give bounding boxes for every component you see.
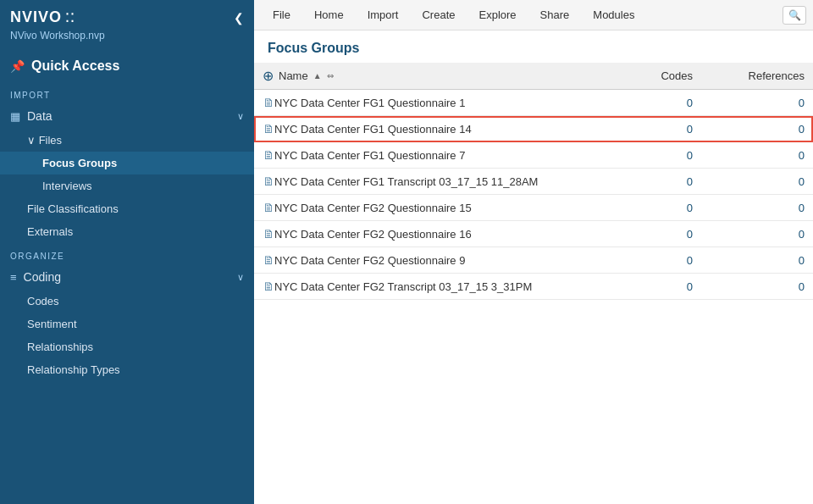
sidebar-item-file-classifications[interactable]: File Classifications bbox=[0, 197, 254, 220]
table-row[interactable]: 🗎NYC Data Center FG1 Questionnaire 1400 bbox=[254, 116, 813, 142]
table-cell-codes: 0 bbox=[589, 116, 701, 142]
file-icon: 🗎 bbox=[263, 96, 274, 109]
table-cell-name: 🗎NYC Data Center FG2 Questionnaire 16 bbox=[254, 221, 589, 247]
table-cell-references: 0 bbox=[701, 169, 813, 195]
menu-import[interactable]: Import bbox=[356, 3, 411, 26]
table-cell-codes: 0 bbox=[589, 169, 701, 195]
file-icon: 🗎 bbox=[263, 253, 274, 267]
app-header: NVIVO ⁚⁚ ❮ bbox=[0, 0, 254, 30]
sidebar-item-data[interactable]: ▦ Data ∨ bbox=[0, 103, 254, 129]
data-label: Data bbox=[27, 109, 53, 123]
table-cell-codes: 0 bbox=[589, 142, 701, 169]
menu-create[interactable]: Create bbox=[410, 3, 467, 26]
menu-search-button[interactable]: 🔍 bbox=[783, 6, 806, 25]
table-row[interactable]: 🗎NYC Data Center FG1 Transcript 03_17_15… bbox=[254, 169, 813, 195]
table-cell-name: 🗎NYC Data Center FG2 Transcript 03_17_15… bbox=[254, 274, 589, 300]
menu-file[interactable]: File bbox=[261, 3, 302, 26]
name-col-label: Name bbox=[279, 69, 308, 82]
content-panel: Focus Groups ⊕ Name ▲ ⇔ Codes References bbox=[254, 30, 813, 504]
data-chevron: ∨ bbox=[237, 111, 244, 122]
row-name: NYC Data Center FG2 Questionnaire 16 bbox=[274, 228, 472, 241]
codes-label: Codes bbox=[27, 295, 59, 307]
table-cell-codes: 0 bbox=[589, 90, 701, 116]
files-label: Files bbox=[39, 134, 62, 147]
coding-chevron: ∨ bbox=[237, 272, 244, 283]
table-row[interactable]: 🗎NYC Data Center FG2 Transcript 03_17_15… bbox=[254, 274, 813, 300]
file-icon: 🗎 bbox=[263, 227, 274, 241]
focus-groups-label: Focus Groups bbox=[42, 157, 117, 169]
col-header-references: References bbox=[701, 63, 813, 90]
table-row[interactable]: 🗎NYC Data Center FG1 Questionnaire 100 bbox=[254, 90, 813, 116]
menu-home[interactable]: Home bbox=[302, 3, 356, 26]
file-icon: 🗎 bbox=[263, 148, 274, 162]
table-row[interactable]: 🗎NYC Data Center FG1 Questionnaire 700 bbox=[254, 142, 813, 169]
sidebar-item-coding[interactable]: ≡ Coding ∨ bbox=[0, 264, 254, 290]
file-classifications-label: File Classifications bbox=[27, 202, 119, 215]
sidebar-item-relationships[interactable]: Relationships bbox=[0, 335, 254, 358]
sidebar-item-files[interactable]: ∨ Files bbox=[0, 129, 254, 152]
organize-section-label: ORGANIZE bbox=[0, 243, 254, 264]
row-name: NYC Data Center FG2 Questionnaire 9 bbox=[274, 254, 465, 267]
table-cell-name: 🗎NYC Data Center FG1 Questionnaire 14 bbox=[254, 116, 589, 142]
sentiment-label: Sentiment bbox=[27, 318, 77, 330]
data-icon: ▦ bbox=[10, 110, 20, 123]
nvivo-logo-text: NVIVO bbox=[10, 8, 62, 26]
sort-asc-icon[interactable]: ▲ bbox=[313, 71, 322, 80]
table-cell-references: 0 bbox=[701, 195, 813, 221]
sidebar-item-interviews[interactable]: Interviews bbox=[0, 174, 254, 197]
menubar: File Home Import Create Explore Share Mo… bbox=[254, 0, 813, 30]
sidebar-item-externals[interactable]: Externals bbox=[0, 220, 254, 243]
file-icon: 🗎 bbox=[263, 280, 274, 293]
file-icon: 🗎 bbox=[263, 174, 274, 188]
quick-access-section[interactable]: 📌 Quick Access bbox=[0, 50, 254, 82]
menu-modules[interactable]: Modules bbox=[581, 3, 646, 26]
externals-label: Externals bbox=[27, 225, 73, 238]
sidebar-item-relationship-types[interactable]: Relationship Types bbox=[0, 358, 254, 381]
relationships-label: Relationships bbox=[27, 341, 93, 353]
import-section-label: IMPORT bbox=[0, 82, 254, 103]
table-row[interactable]: 🗎NYC Data Center FG2 Questionnaire 1500 bbox=[254, 195, 813, 221]
row-name: NYC Data Center FG1 Questionnaire 14 bbox=[274, 123, 472, 136]
table-cell-references: 0 bbox=[701, 116, 813, 142]
table-cell-name: 🗎NYC Data Center FG2 Questionnaire 15 bbox=[254, 195, 589, 221]
files-expand-icon: ∨ bbox=[27, 134, 36, 147]
sidebar-collapse-button[interactable]: ❮ bbox=[234, 11, 244, 25]
pin-icon: 📌 bbox=[10, 59, 25, 73]
app-title: NVIVO ⁚⁚ bbox=[10, 8, 75, 26]
row-name: NYC Data Center FG2 Transcript 03_17_15 … bbox=[274, 280, 532, 293]
sidebar-item-sentiment[interactable]: Sentiment bbox=[0, 313, 254, 335]
search-icon: 🔍 bbox=[788, 9, 801, 21]
menu-explore[interactable]: Explore bbox=[467, 3, 528, 26]
file-icon: 🗎 bbox=[263, 201, 274, 214]
project-name: NVivo Workshop.nvp bbox=[0, 30, 254, 50]
row-name: NYC Data Center FG1 Questionnaire 7 bbox=[274, 149, 465, 162]
main-content-area: File Home Import Create Explore Share Mo… bbox=[254, 0, 813, 504]
table-cell-references: 0 bbox=[701, 90, 813, 116]
interviews-label: Interviews bbox=[42, 180, 92, 192]
logo-dots: ⁚⁚ bbox=[65, 11, 75, 25]
col-header-name: ⊕ Name ▲ ⇔ bbox=[254, 63, 589, 90]
quick-access-label: Quick Access bbox=[31, 58, 119, 74]
table-row[interactable]: 🗎NYC Data Center FG2 Questionnaire 1600 bbox=[254, 221, 813, 247]
table-cell-codes: 0 bbox=[589, 221, 701, 247]
row-name: NYC Data Center FG2 Questionnaire 15 bbox=[274, 202, 472, 214]
sidebar-item-focus-groups[interactable]: Focus Groups bbox=[0, 152, 254, 174]
sidebar-item-codes[interactable]: Codes bbox=[0, 290, 254, 313]
table-cell-name: 🗎NYC Data Center FG2 Questionnaire 9 bbox=[254, 247, 589, 274]
file-icon: 🗎 bbox=[263, 122, 274, 136]
table-row[interactable]: 🗎NYC Data Center FG2 Questionnaire 900 bbox=[254, 247, 813, 274]
table-cell-references: 0 bbox=[701, 221, 813, 247]
table-body: 🗎NYC Data Center FG1 Questionnaire 100🗎N… bbox=[254, 90, 813, 300]
row-name: NYC Data Center FG1 Transcript 03_17_15 … bbox=[274, 175, 538, 188]
coding-label: Coding bbox=[24, 270, 61, 284]
table-cell-references: 0 bbox=[701, 247, 813, 274]
add-icon: ⊕ bbox=[263, 68, 274, 84]
table-cell-name: 🗎NYC Data Center FG1 Questionnaire 7 bbox=[254, 142, 589, 169]
link-icon: ⇔ bbox=[327, 71, 334, 80]
menu-share[interactable]: Share bbox=[528, 3, 582, 26]
sidebar: NVIVO ⁚⁚ ❮ NVivo Workshop.nvp 📌 Quick Ac… bbox=[0, 0, 254, 504]
table-header-row: ⊕ Name ▲ ⇔ Codes References bbox=[254, 63, 813, 90]
table-cell-name: 🗎NYC Data Center FG1 Questionnaire 1 bbox=[254, 90, 589, 116]
table-cell-references: 0 bbox=[701, 274, 813, 300]
row-name: NYC Data Center FG1 Questionnaire 1 bbox=[274, 97, 465, 109]
